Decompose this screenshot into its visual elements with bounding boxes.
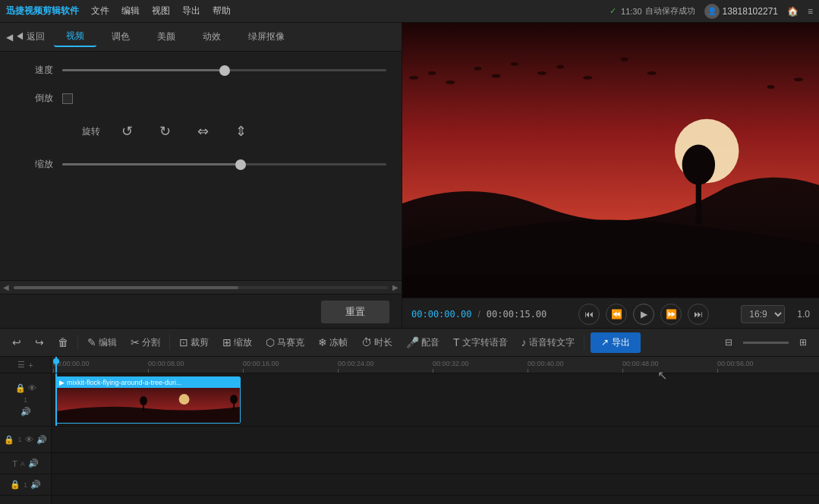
toolbar: ↩ ↪ 🗑 ✎ 编辑 ✂ 分割 ⊡ 裁剪 ⊞ 缩放 ⬡ 马赛克 bbox=[0, 328, 819, 357]
delete-button[interactable]: 🗑 bbox=[52, 333, 74, 351]
track3-number: A bbox=[20, 460, 25, 468]
menu-file[interactable]: 文件 bbox=[91, 5, 109, 17]
track4-icon1[interactable]: 🔒 bbox=[10, 480, 20, 490]
track2-volume-icon[interactable]: 🔊 bbox=[36, 435, 47, 445]
reverse-label: 倒放 bbox=[15, 92, 53, 105]
track3-text-icon[interactable]: T bbox=[12, 459, 17, 468]
next-frame-button[interactable]: ⏭ bbox=[688, 304, 709, 325]
play-button[interactable]: ▶ bbox=[633, 304, 654, 325]
duration-icon: ⏱ bbox=[361, 336, 372, 348]
tab-effect[interactable]: 动效 bbox=[191, 27, 233, 46]
speech-to-text-button[interactable]: ♪ 语音转文字 bbox=[515, 333, 581, 352]
clip-play-icon: ▶ bbox=[59, 379, 65, 386]
track3-lane[interactable] bbox=[52, 453, 819, 474]
scale-slider[interactable] bbox=[62, 163, 386, 165]
ruler-mark-7: 00:00:56.00 bbox=[716, 360, 811, 373]
horizontal-scrollbar[interactable]: ◀ ▶ bbox=[0, 280, 402, 294]
track2-icon1[interactable]: 🔒 bbox=[4, 435, 14, 445]
timeline-add-icon[interactable]: + bbox=[28, 361, 33, 370]
split-button[interactable]: ✂ 分割 bbox=[124, 333, 166, 352]
track4-lane[interactable] bbox=[52, 474, 819, 496]
track-lock-icon[interactable]: 🔒 bbox=[15, 383, 26, 393]
ruler-tick-1 bbox=[148, 369, 149, 373]
rewind-button[interactable]: ⏪ bbox=[606, 304, 627, 325]
timeline-list-icon[interactable]: ☰ bbox=[17, 360, 25, 370]
aspect-ratio-select[interactable]: 16:9 9:16 1:1 4:3 bbox=[741, 305, 785, 323]
app-logo: 迅捷视频剪辑软件 bbox=[6, 5, 79, 17]
reverse-checkbox[interactable] bbox=[62, 93, 73, 104]
video-clip[interactable]: ▶ mixkit-flock-flying-around-a-tree-duri… bbox=[55, 376, 241, 424]
main-layout: ◀ ◀ 返回 视频 调色 美颜 动效 绿屏抠像 速度 倒放 bbox=[0, 23, 819, 329]
ruler-tick-6 bbox=[622, 369, 623, 373]
ruler-label-5: 00:00:40.00 bbox=[528, 360, 564, 367]
split-label: 分割 bbox=[142, 336, 160, 349]
more-icon[interactable]: ≡ bbox=[808, 6, 813, 17]
speech-to-text-label: 语音转文字 bbox=[529, 336, 575, 349]
track-volume-icon[interactable]: 🔊 bbox=[20, 407, 31, 417]
redo-button[interactable]: ↪ bbox=[29, 333, 50, 351]
scale-thumb[interactable] bbox=[235, 159, 246, 170]
svg-point-5 bbox=[474, 67, 482, 71]
track3-icon2[interactable]: 🔊 bbox=[28, 458, 39, 468]
menu-export[interactable]: 导出 bbox=[182, 5, 200, 17]
speed-row: 速度 bbox=[15, 64, 386, 77]
back-label: ◀ 返回 bbox=[15, 30, 45, 43]
svg-point-4 bbox=[446, 80, 455, 84]
flip-v-button[interactable]: ⇕ bbox=[229, 120, 252, 143]
forward-button[interactable]: ⏩ bbox=[660, 304, 682, 325]
tab-chromakey[interactable]: 绿屏抠像 bbox=[236, 27, 297, 46]
track2-icon2[interactable]: 👁 bbox=[25, 435, 33, 444]
zoom-in-icon: ⊞ bbox=[799, 337, 807, 348]
video-track-lane[interactable]: ▶ mixkit-flock-flying-around-a-tree-duri… bbox=[52, 373, 819, 427]
zoom-out-button[interactable]: ⊟ bbox=[719, 334, 739, 351]
reset-button[interactable]: 重置 bbox=[321, 301, 389, 323]
speed-thumb[interactable] bbox=[219, 65, 230, 76]
menu-edit[interactable]: 编辑 bbox=[121, 5, 140, 17]
duration-button[interactable]: ⏱ 时长 bbox=[355, 333, 398, 352]
track2-number: 1 bbox=[17, 436, 21, 443]
mask-label: 马赛克 bbox=[277, 336, 304, 349]
tab-video[interactable]: 视频 bbox=[54, 27, 96, 47]
scrollbar-track[interactable] bbox=[14, 286, 388, 289]
zoom-in-button[interactable]: ⊞ bbox=[793, 334, 813, 351]
scrollbar-thumb[interactable] bbox=[14, 286, 238, 289]
text-to-speech-button[interactable]: T 文字转语音 bbox=[447, 333, 514, 352]
zoom-tl-button[interactable]: ⊞ 缩放 bbox=[216, 333, 258, 352]
back-button[interactable]: ◀ ◀ 返回 bbox=[6, 30, 45, 43]
freeze-button[interactable]: ❄ 冻帧 bbox=[312, 333, 354, 352]
svg-point-2 bbox=[409, 76, 418, 80]
home-icon[interactable]: 🏠 bbox=[787, 6, 799, 17]
track-visible-icon[interactable]: 👁 bbox=[28, 383, 36, 393]
export-button[interactable]: ↗ 导出 bbox=[591, 332, 641, 353]
track-volume-icons: 🔊 bbox=[20, 407, 31, 417]
rotate-ccw-button[interactable]: ↺ bbox=[115, 120, 138, 143]
reverse-row: 倒放 bbox=[15, 92, 386, 105]
ruler-label-4: 00:00:32.00 bbox=[433, 360, 469, 367]
cut-button[interactable]: ⊡ 裁剪 bbox=[173, 333, 215, 352]
prev-frame-button[interactable]: ⏮ bbox=[578, 304, 600, 325]
menu-view[interactable]: 视图 bbox=[152, 5, 170, 17]
mask-button[interactable]: ⬡ 马赛克 bbox=[260, 333, 310, 352]
scroll-left-arrow[interactable]: ◀ bbox=[3, 283, 9, 291]
rotate-cw-button[interactable]: ↻ bbox=[153, 120, 176, 143]
track2-lane[interactable] bbox=[52, 427, 819, 453]
edit-button[interactable]: ✎ 编辑 bbox=[81, 333, 123, 352]
ruler-tick-3 bbox=[338, 369, 339, 373]
total-time: 00:00:15.00 bbox=[487, 309, 547, 320]
text-to-speech-label: 文字转语音 bbox=[462, 336, 508, 349]
track4-volume-icon[interactable]: 🔊 bbox=[30, 480, 41, 490]
menu-help[interactable]: 帮助 bbox=[213, 5, 231, 17]
scroll-right-arrow[interactable]: ▶ bbox=[392, 283, 398, 291]
speed-slider[interactable] bbox=[62, 69, 386, 71]
user-info[interactable]: 👤 13818102271 bbox=[704, 4, 778, 19]
audio-button[interactable]: 🎤 配音 bbox=[400, 333, 446, 352]
undo-button[interactable]: ↩ bbox=[6, 333, 27, 351]
zoom-slider[interactable] bbox=[743, 342, 789, 344]
scale-row: 缩放 bbox=[15, 158, 386, 171]
left-panel: ◀ ◀ 返回 视频 调色 美颜 动效 绿屏抠像 速度 倒放 bbox=[0, 23, 402, 329]
timeline-area: ☰ + 🔒 👁 1 🔊 🔒 1 👁 🔊 bbox=[0, 357, 819, 504]
flip-h-button[interactable]: ⇔ bbox=[191, 120, 214, 143]
tab-color[interactable]: 调色 bbox=[99, 27, 142, 46]
avatar: 👤 bbox=[704, 4, 720, 19]
tab-beauty[interactable]: 美颜 bbox=[145, 27, 187, 46]
